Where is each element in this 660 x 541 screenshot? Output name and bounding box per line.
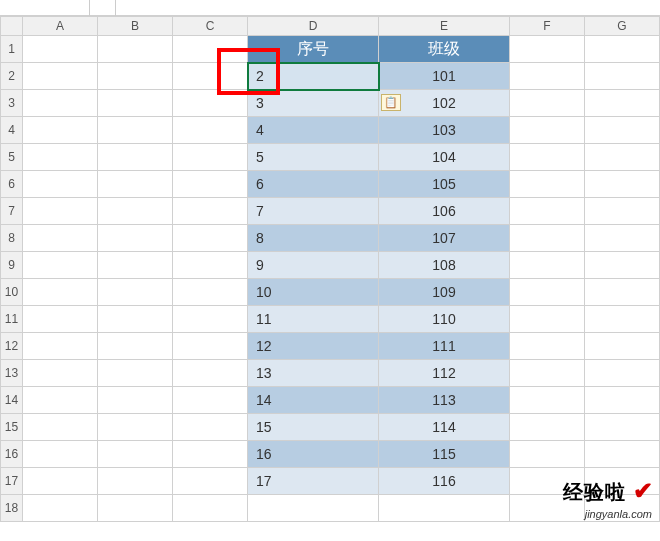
row-header[interactable]: 2 — [1, 63, 23, 90]
cell-D18[interactable] — [248, 495, 379, 522]
cell-B3[interactable] — [98, 90, 173, 117]
cell-A14[interactable] — [23, 387, 98, 414]
cell-C15[interactable] — [173, 414, 248, 441]
cell-G15[interactable] — [585, 414, 660, 441]
cell-E2[interactable]: 101 — [379, 63, 510, 90]
cell-D2[interactable]: 2 — [248, 63, 379, 90]
cell-D6[interactable]: 6 — [248, 171, 379, 198]
cell-C16[interactable] — [173, 441, 248, 468]
cell-E15[interactable]: 114 — [379, 414, 510, 441]
cell-C12[interactable] — [173, 333, 248, 360]
cell-F5[interactable] — [510, 144, 585, 171]
row-header[interactable]: 12 — [1, 333, 23, 360]
cell-B12[interactable] — [98, 333, 173, 360]
cell-F12[interactable] — [510, 333, 585, 360]
row-header[interactable]: 13 — [1, 360, 23, 387]
cell-D7[interactable]: 7 — [248, 198, 379, 225]
cell-A6[interactable] — [23, 171, 98, 198]
row-header[interactable]: 15 — [1, 414, 23, 441]
cell-B8[interactable] — [98, 225, 173, 252]
cell-G14[interactable] — [585, 387, 660, 414]
cell-B5[interactable] — [98, 144, 173, 171]
cell-F14[interactable] — [510, 387, 585, 414]
cell-B17[interactable] — [98, 468, 173, 495]
row-header[interactable]: 10 — [1, 279, 23, 306]
row-header[interactable]: 1 — [1, 36, 23, 63]
name-box[interactable] — [0, 0, 90, 16]
cell-D4[interactable]: 4 — [248, 117, 379, 144]
cell-E5[interactable]: 104 — [379, 144, 510, 171]
cell-B1[interactable] — [98, 36, 173, 63]
cell-D9[interactable]: 9 — [248, 252, 379, 279]
cell-A17[interactable] — [23, 468, 98, 495]
cell-G13[interactable] — [585, 360, 660, 387]
cell-G2[interactable] — [585, 63, 660, 90]
cell-B4[interactable] — [98, 117, 173, 144]
cell-D15[interactable]: 15 — [248, 414, 379, 441]
cell-D12[interactable]: 12 — [248, 333, 379, 360]
cell-C2[interactable] — [173, 63, 248, 90]
cell-A3[interactable] — [23, 90, 98, 117]
row-header[interactable]: 17 — [1, 468, 23, 495]
select-all-corner[interactable] — [1, 17, 23, 36]
cell-C6[interactable] — [173, 171, 248, 198]
cell-G16[interactable] — [585, 441, 660, 468]
row-header[interactable]: 4 — [1, 117, 23, 144]
cell-G12[interactable] — [585, 333, 660, 360]
cell-A15[interactable] — [23, 414, 98, 441]
col-header-E[interactable]: E — [379, 17, 510, 36]
header-班级[interactable]: 班级 — [379, 36, 510, 63]
cell-C7[interactable] — [173, 198, 248, 225]
col-header-F[interactable]: F — [510, 17, 585, 36]
cell-E8[interactable]: 107 — [379, 225, 510, 252]
row-header[interactable]: 9 — [1, 252, 23, 279]
cell-F2[interactable] — [510, 63, 585, 90]
cell-A5[interactable] — [23, 144, 98, 171]
cell-D13[interactable]: 13 — [248, 360, 379, 387]
cell-E16[interactable]: 115 — [379, 441, 510, 468]
cell-B6[interactable] — [98, 171, 173, 198]
cell-A13[interactable] — [23, 360, 98, 387]
cell-B2[interactable] — [98, 63, 173, 90]
cell-G1[interactable] — [585, 36, 660, 63]
cell-F9[interactable] — [510, 252, 585, 279]
cell-D11[interactable]: 11 — [248, 306, 379, 333]
cell-A8[interactable] — [23, 225, 98, 252]
cell-G8[interactable] — [585, 225, 660, 252]
cell-C3[interactable] — [173, 90, 248, 117]
cell-D10[interactable]: 10 — [248, 279, 379, 306]
row-header[interactable]: 7 — [1, 198, 23, 225]
cell-A2[interactable] — [23, 63, 98, 90]
grid[interactable]: A B C D E F G 1 序号 班级 2 — [0, 16, 660, 522]
cell-E18[interactable] — [379, 495, 510, 522]
cell-A1[interactable] — [23, 36, 98, 63]
cell-B11[interactable] — [98, 306, 173, 333]
cell-E13[interactable]: 112 — [379, 360, 510, 387]
col-header-A[interactable]: A — [23, 17, 98, 36]
cell-D5[interactable]: 5 — [248, 144, 379, 171]
row-header[interactable]: 16 — [1, 441, 23, 468]
cell-G11[interactable] — [585, 306, 660, 333]
cell-F3[interactable] — [510, 90, 585, 117]
cell-C14[interactable] — [173, 387, 248, 414]
cell-E6[interactable]: 105 — [379, 171, 510, 198]
row-header[interactable]: 18 — [1, 495, 23, 522]
cell-D3[interactable]: 3 — [248, 90, 379, 117]
cell-B9[interactable] — [98, 252, 173, 279]
cell-C18[interactable] — [173, 495, 248, 522]
col-header-C[interactable]: C — [173, 17, 248, 36]
cell-G5[interactable] — [585, 144, 660, 171]
cell-E17[interactable]: 116 — [379, 468, 510, 495]
cell-B7[interactable] — [98, 198, 173, 225]
cell-A12[interactable] — [23, 333, 98, 360]
row-header[interactable]: 11 — [1, 306, 23, 333]
paste-options-icon[interactable] — [381, 94, 401, 111]
cell-D8[interactable]: 8 — [248, 225, 379, 252]
cell-E7[interactable]: 106 — [379, 198, 510, 225]
cell-E10[interactable]: 109 — [379, 279, 510, 306]
row-header[interactable]: 6 — [1, 171, 23, 198]
cell-F11[interactable] — [510, 306, 585, 333]
cell-F6[interactable] — [510, 171, 585, 198]
row-header[interactable]: 5 — [1, 144, 23, 171]
cell-C1[interactable] — [173, 36, 248, 63]
